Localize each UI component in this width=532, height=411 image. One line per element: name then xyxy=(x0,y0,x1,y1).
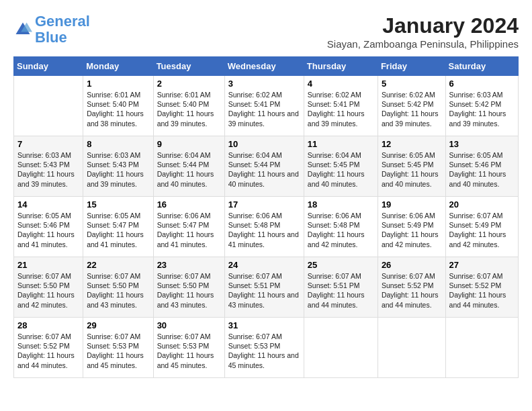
day-number: 31 xyxy=(228,320,300,330)
day-number: 22 xyxy=(87,260,149,270)
day-cell: 17Sunrise: 6:06 AMSunset: 5:48 PMDayligh… xyxy=(224,197,304,257)
logo-text: General Blue xyxy=(35,13,90,46)
logo-icon xyxy=(13,20,32,39)
day-number: 6 xyxy=(449,79,515,89)
day-info: Sunrise: 6:04 AMSunset: 5:45 PMDaylight:… xyxy=(308,150,374,189)
day-info: Sunrise: 6:07 AMSunset: 5:53 PMDaylight:… xyxy=(157,332,221,370)
day-cell xyxy=(14,76,83,136)
day-info: Sunrise: 6:01 AMSunset: 5:40 PMDaylight:… xyxy=(87,90,149,128)
day-cell xyxy=(378,318,445,378)
day-number: 29 xyxy=(87,320,149,330)
day-number: 30 xyxy=(157,320,221,330)
day-info: Sunrise: 6:07 AMSunset: 5:51 PMDaylight:… xyxy=(308,271,374,310)
day-cell: 28Sunrise: 6:07 AMSunset: 5:52 PMDayligh… xyxy=(14,318,83,378)
day-cell: 6Sunrise: 6:03 AMSunset: 5:42 PMDaylight… xyxy=(445,76,518,136)
day-cell: 3Sunrise: 6:02 AMSunset: 5:41 PMDaylight… xyxy=(224,76,304,136)
day-cell: 12Sunrise: 6:05 AMSunset: 5:45 PMDayligh… xyxy=(378,136,445,197)
title-block: January 2024 Siayan, Zamboanga Peninsula… xyxy=(327,13,519,50)
day-number: 5 xyxy=(382,79,442,89)
day-cell: 9Sunrise: 6:04 AMSunset: 5:44 PMDaylight… xyxy=(153,136,224,197)
calendar-title: January 2024 xyxy=(327,13,519,38)
day-number: 2 xyxy=(157,79,221,89)
day-cell: 14Sunrise: 6:05 AMSunset: 5:46 PMDayligh… xyxy=(14,197,83,257)
day-cell: 26Sunrise: 6:07 AMSunset: 5:52 PMDayligh… xyxy=(378,257,445,318)
day-cell: 10Sunrise: 6:04 AMSunset: 5:44 PMDayligh… xyxy=(224,136,304,197)
day-number: 23 xyxy=(157,260,221,270)
day-info: Sunrise: 6:06 AMSunset: 5:48 PMDaylight:… xyxy=(228,211,300,249)
day-cell: 30Sunrise: 6:07 AMSunset: 5:53 PMDayligh… xyxy=(153,318,224,378)
day-info: Sunrise: 6:07 AMSunset: 5:52 PMDaylight:… xyxy=(449,271,515,310)
header-thursday: Thursday xyxy=(304,57,378,76)
day-number: 1 xyxy=(87,79,149,89)
day-number: 12 xyxy=(382,139,442,149)
day-number: 4 xyxy=(308,79,374,89)
header-tuesday: Tuesday xyxy=(153,57,224,76)
day-cell: 16Sunrise: 6:06 AMSunset: 5:47 PMDayligh… xyxy=(153,197,224,257)
day-info: Sunrise: 6:07 AMSunset: 5:50 PMDaylight:… xyxy=(157,271,221,310)
day-number: 25 xyxy=(308,260,374,270)
day-info: Sunrise: 6:05 AMSunset: 5:45 PMDaylight:… xyxy=(382,150,442,189)
page-header: General Blue January 2024 Siayan, Zamboa… xyxy=(13,13,519,50)
logo-line1: General xyxy=(35,13,90,30)
day-info: Sunrise: 6:02 AMSunset: 5:41 PMDaylight:… xyxy=(228,90,300,128)
day-cell: 2Sunrise: 6:01 AMSunset: 5:40 PMDaylight… xyxy=(153,76,224,136)
calendar-subtitle: Siayan, Zamboanga Peninsula, Philippines xyxy=(327,38,519,50)
day-number: 24 xyxy=(228,260,300,270)
day-cell: 29Sunrise: 6:07 AMSunset: 5:53 PMDayligh… xyxy=(83,318,153,378)
day-cell: 21Sunrise: 6:07 AMSunset: 5:50 PMDayligh… xyxy=(14,257,83,318)
header-wednesday: Wednesday xyxy=(224,57,304,76)
day-number: 9 xyxy=(157,139,221,149)
day-info: Sunrise: 6:04 AMSunset: 5:44 PMDaylight:… xyxy=(228,150,300,189)
day-cell: 8Sunrise: 6:03 AMSunset: 5:43 PMDaylight… xyxy=(83,136,153,197)
day-info: Sunrise: 6:05 AMSunset: 5:46 PMDaylight:… xyxy=(17,211,79,249)
day-info: Sunrise: 6:03 AMSunset: 5:42 PMDaylight:… xyxy=(449,90,515,128)
week-row-2: 7Sunrise: 6:03 AMSunset: 5:43 PMDaylight… xyxy=(14,136,519,197)
day-number: 26 xyxy=(382,260,442,270)
day-cell: 22Sunrise: 6:07 AMSunset: 5:50 PMDayligh… xyxy=(83,257,153,318)
day-number: 8 xyxy=(87,139,149,149)
day-cell: 11Sunrise: 6:04 AMSunset: 5:45 PMDayligh… xyxy=(304,136,378,197)
header-friday: Friday xyxy=(378,57,445,76)
header-monday: Monday xyxy=(83,57,153,76)
day-cell xyxy=(304,318,378,378)
day-info: Sunrise: 6:07 AMSunset: 5:52 PMDaylight:… xyxy=(382,271,442,310)
day-number: 28 xyxy=(17,320,79,330)
day-info: Sunrise: 6:07 AMSunset: 5:49 PMDaylight:… xyxy=(449,211,515,249)
day-number: 16 xyxy=(157,199,221,210)
day-cell xyxy=(445,318,518,378)
day-cell: 13Sunrise: 6:05 AMSunset: 5:46 PMDayligh… xyxy=(445,136,518,197)
day-number: 14 xyxy=(17,199,79,210)
day-cell: 19Sunrise: 6:06 AMSunset: 5:49 PMDayligh… xyxy=(378,197,445,257)
day-info: Sunrise: 6:03 AMSunset: 5:43 PMDaylight:… xyxy=(87,150,149,189)
day-number: 21 xyxy=(17,260,79,270)
day-cell: 15Sunrise: 6:05 AMSunset: 5:47 PMDayligh… xyxy=(83,197,153,257)
logo: General Blue xyxy=(13,13,90,46)
day-info: Sunrise: 6:07 AMSunset: 5:50 PMDaylight:… xyxy=(17,271,79,310)
day-number: 17 xyxy=(228,199,300,210)
day-cell: 7Sunrise: 6:03 AMSunset: 5:43 PMDaylight… xyxy=(14,136,83,197)
week-row-4: 21Sunrise: 6:07 AMSunset: 5:50 PMDayligh… xyxy=(14,257,519,318)
day-number: 13 xyxy=(449,139,515,149)
day-number: 10 xyxy=(228,139,300,149)
logo-line2: Blue xyxy=(35,29,67,46)
day-info: Sunrise: 6:05 AMSunset: 5:47 PMDaylight:… xyxy=(87,211,149,249)
day-info: Sunrise: 6:02 AMSunset: 5:42 PMDaylight:… xyxy=(382,90,442,128)
day-info: Sunrise: 6:07 AMSunset: 5:53 PMDaylight:… xyxy=(228,332,300,370)
day-info: Sunrise: 6:07 AMSunset: 5:52 PMDaylight:… xyxy=(17,332,79,370)
day-info: Sunrise: 6:02 AMSunset: 5:41 PMDaylight:… xyxy=(308,90,374,128)
day-cell: 18Sunrise: 6:06 AMSunset: 5:48 PMDayligh… xyxy=(304,197,378,257)
day-info: Sunrise: 6:01 AMSunset: 5:40 PMDaylight:… xyxy=(157,90,221,128)
header-sunday: Sunday xyxy=(14,57,83,76)
day-cell: 24Sunrise: 6:07 AMSunset: 5:51 PMDayligh… xyxy=(224,257,304,318)
day-cell: 25Sunrise: 6:07 AMSunset: 5:51 PMDayligh… xyxy=(304,257,378,318)
day-number: 3 xyxy=(228,79,300,89)
day-info: Sunrise: 6:06 AMSunset: 5:48 PMDaylight:… xyxy=(308,211,374,249)
day-cell: 23Sunrise: 6:07 AMSunset: 5:50 PMDayligh… xyxy=(153,257,224,318)
day-info: Sunrise: 6:05 AMSunset: 5:46 PMDaylight:… xyxy=(449,150,515,189)
header-row: SundayMondayTuesdayWednesdayThursdayFrid… xyxy=(14,57,519,76)
day-number: 18 xyxy=(308,199,374,210)
header-saturday: Saturday xyxy=(445,57,518,76)
day-info: Sunrise: 6:06 AMSunset: 5:49 PMDaylight:… xyxy=(382,211,442,249)
day-info: Sunrise: 6:04 AMSunset: 5:44 PMDaylight:… xyxy=(157,150,221,189)
day-info: Sunrise: 6:07 AMSunset: 5:51 PMDaylight:… xyxy=(228,271,300,310)
